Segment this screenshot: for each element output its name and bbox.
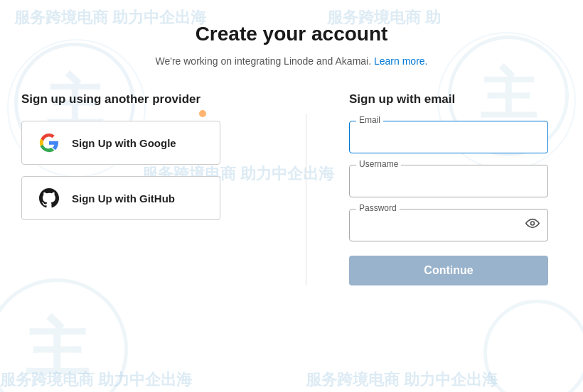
password-wrapper [349, 209, 548, 241]
google-icon [39, 133, 59, 153]
google-btn-label: Sign Up with Google [72, 137, 176, 149]
columns: Sign up using another provider Sign Up w… [21, 92, 562, 285]
column-divider [306, 114, 306, 285]
subtitle: We're working on integrating Linode and … [156, 55, 428, 67]
password-input[interactable] [349, 209, 548, 241]
google-signup-button[interactable]: Sign Up with Google [21, 121, 220, 165]
username-label: Username [356, 159, 401, 169]
right-column: Sign up with email Email Username Passwo… [349, 92, 562, 285]
email-label: Email [356, 115, 383, 125]
page-title: Create your account [196, 23, 388, 45]
github-btn-label: Sign Up with GitHub [72, 192, 175, 205]
username-input[interactable] [349, 165, 548, 197]
password-label: Password [356, 203, 400, 213]
password-field-group: Password [349, 209, 548, 241]
github-icon [39, 188, 59, 208]
learn-more-link[interactable]: Learn more. [374, 55, 427, 67]
email-field-group: Email [349, 121, 548, 153]
provider-heading: Sign up using another provider [21, 92, 263, 107]
email-heading: Sign up with email [349, 92, 562, 107]
github-signup-button[interactable]: Sign Up with GitHub [21, 176, 220, 220]
username-field-group: Username [349, 165, 548, 197]
left-column: Sign up using another provider Sign Up w… [21, 92, 263, 232]
page-content: Create your account We're working on int… [0, 0, 583, 285]
email-input[interactable] [349, 121, 548, 153]
continue-button[interactable]: Continue [349, 256, 548, 285]
toggle-password-icon[interactable] [525, 217, 540, 234]
svg-point-0 [531, 222, 535, 225]
